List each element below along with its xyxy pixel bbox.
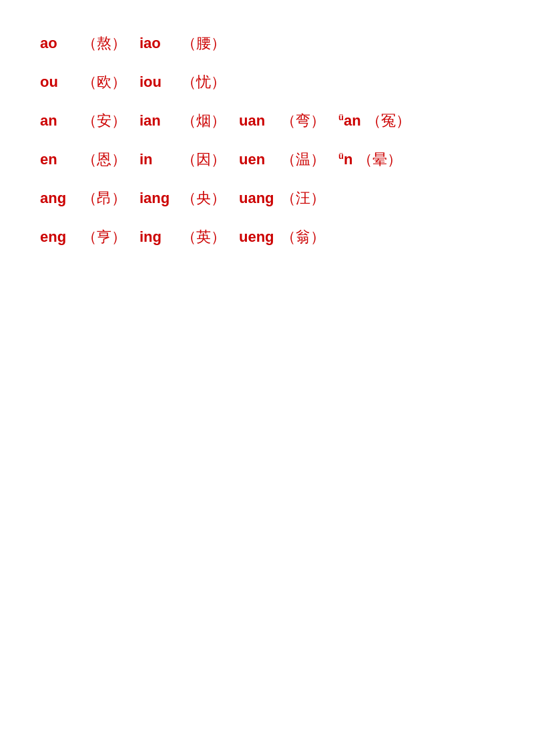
hanzi-ou: （欧） [82,72,126,92]
hanzi-ueng: （翁） [281,227,325,247]
pinyin-in: in [140,151,176,168]
page-container: ao （熬） iao （腰） ou （欧） iou （忧） an （安） ian… [0,0,534,299]
hanzi-un-umlaut: （晕） [358,150,402,170]
cell-ao: ao （熬） [40,33,126,53]
pinyin-uan: uan [239,112,276,130]
hanzi-iao: （腰） [182,33,226,53]
hanzi-ao: （熬） [82,33,126,53]
pinyin-iang: iang [140,190,176,207]
hanzi-ang: （昂） [82,188,126,208]
cell-ou: ou （欧） [40,72,126,92]
cell-iang: iang （央） [140,188,226,208]
pinyin-un-umlaut: ün [338,151,352,168]
pinyin-uang: uang [239,190,276,207]
hanzi-uan: （弯） [281,111,325,131]
cell-ueng: ueng （翁） [239,227,325,247]
cell-uen: uen （温） [239,150,325,170]
hanzi-uan-umlaut: （冤） [366,111,411,131]
hanzi-uen: （温） [281,150,325,170]
pinyin-uan-umlaut: üan [338,112,361,130]
hanzi-iou: （忧） [182,72,226,92]
cell-un-umlaut: ün （晕） [338,150,402,170]
hanzi-an: （安） [82,111,126,131]
cell-uan: uan （弯） [239,111,325,131]
cell-ian: ian （烟） [140,111,226,131]
cell-an: an （安） [40,111,126,131]
cell-uang: uang （汪） [239,188,325,208]
cell-en: en （恩） [40,150,126,170]
row-en: en （恩） in （因） uen （温） ün （晕） [40,150,494,170]
hanzi-eng: （亨） [82,227,126,247]
pinyin-eng: eng [40,228,77,246]
cell-eng: eng （亨） [40,227,126,247]
pinyin-uen: uen [239,151,276,168]
hanzi-in: （因） [182,150,226,170]
row-eng: eng （亨） ing （英） ueng （翁） [40,227,494,247]
row-ang: ang （昂） iang （央） uang （汪） [40,188,494,208]
row-an: an （安） ian （烟） uan （弯） üan （冤） [40,111,494,131]
hanzi-iang: （央） [182,188,226,208]
row-ou: ou （欧） iou （忧） [40,72,494,92]
pinyin-ian: ian [140,112,176,130]
pinyin-iao: iao [140,35,176,52]
hanzi-en: （恩） [82,150,126,170]
pinyin-iou: iou [140,73,176,91]
pinyin-ou: ou [40,73,77,91]
cell-iou: iou （忧） [140,72,226,92]
hanzi-ian: （烟） [182,111,226,131]
pinyin-an: an [40,112,77,130]
hanzi-uang: （汪） [281,188,325,208]
cell-ing: ing （英） [140,227,226,247]
pinyin-ueng: ueng [239,228,276,246]
cell-ang: ang （昂） [40,188,126,208]
pinyin-ao: ao [40,35,77,52]
pinyin-ang: ang [40,190,77,207]
pinyin-en: en [40,151,77,168]
row-ao: ao （熬） iao （腰） [40,33,494,53]
cell-in: in （因） [140,150,226,170]
cell-iao: iao （腰） [140,33,226,53]
cell-uan-umlaut: üan （冤） [338,111,411,131]
pinyin-ing: ing [140,228,176,246]
hanzi-ing: （英） [182,227,226,247]
